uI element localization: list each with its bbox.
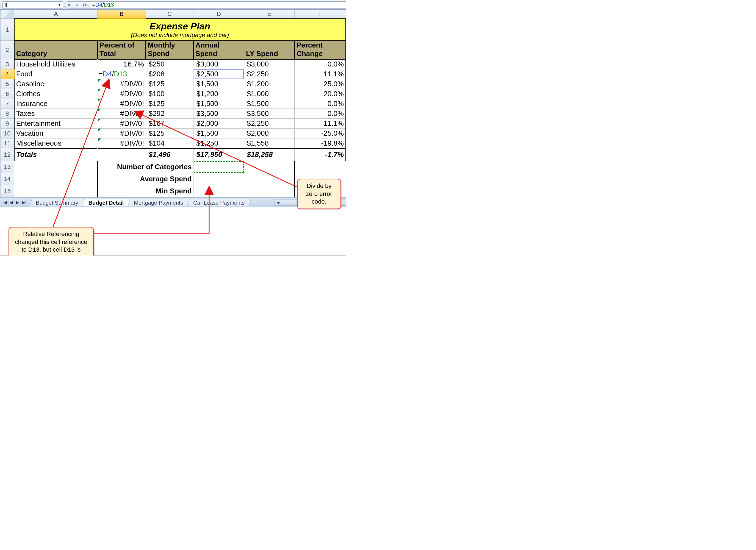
cell-e9[interactable]: $2,250 <box>244 119 295 129</box>
cell-b6[interactable]: #DIV/0! <box>98 89 146 99</box>
cell-e11[interactable]: $1,558 <box>244 139 295 148</box>
row-header-13[interactable]: 13 <box>1 161 14 173</box>
cell-d13[interactable] <box>193 161 244 173</box>
cell-d5[interactable]: $1,500 <box>193 79 244 89</box>
tab-nav-first-icon[interactable]: I◀ <box>1 200 8 205</box>
cell-a5[interactable]: Gasoline <box>14 79 98 89</box>
tab-nav-next-icon[interactable]: ▶ <box>15 200 20 205</box>
cell-d8[interactable]: $3,500 <box>193 109 244 119</box>
worksheet[interactable]: A B C D E F 1 Expense Plan (Does not inc… <box>0 10 346 197</box>
col-header-c[interactable]: C <box>146 10 193 19</box>
col-header-b[interactable]: B <box>98 10 146 19</box>
hdr-category[interactable]: Category <box>14 41 98 59</box>
cell-f10[interactable]: -25.0% <box>295 129 346 139</box>
row-header-1[interactable]: 1 <box>1 19 14 41</box>
cell-a6[interactable]: Clothes <box>14 89 98 99</box>
cell-e7[interactable]: $1,500 <box>244 99 295 109</box>
cell-d10[interactable]: $1,500 <box>193 129 244 139</box>
cell-b4-editing[interactable]: =D4/D13 <box>98 69 146 79</box>
cell-b10[interactable]: #DIV/0! <box>98 129 146 139</box>
row-header-12[interactable]: 12 <box>1 148 14 161</box>
row-header-6[interactable]: 6 <box>1 89 14 99</box>
cell-b9[interactable]: #DIV/0! <box>98 119 146 129</box>
row-header-8[interactable]: 8 <box>1 109 14 119</box>
cell-f8[interactable]: 0.0% <box>295 109 346 119</box>
cell-b3[interactable]: 16.7% <box>98 59 146 69</box>
col-header-f[interactable]: F <box>295 10 346 19</box>
tab-nav-last-icon[interactable]: ▶I <box>21 200 27 205</box>
row-header-7[interactable]: 7 <box>1 99 14 109</box>
cell-c6[interactable]: $100 <box>146 89 193 99</box>
col-header-d[interactable]: D <box>193 10 244 19</box>
cell-c11[interactable]: $104 <box>146 139 193 148</box>
cell-c12[interactable]: $1,496 <box>146 148 193 161</box>
cell-f5[interactable]: 25.0% <box>295 79 346 89</box>
cell-c4[interactable]: $208 <box>146 69 193 79</box>
cell-b7[interactable]: #DIV/0! <box>98 99 146 109</box>
hdr-change[interactable]: Percent Change <box>295 41 346 59</box>
formula-input[interactable]: =D4/D13 <box>90 1 346 9</box>
cell-e10[interactable]: $2,000 <box>244 129 295 139</box>
cell-e15[interactable] <box>244 185 295 197</box>
cell-d9[interactable]: $2,000 <box>193 119 244 129</box>
cell-c9[interactable]: $167 <box>146 119 193 129</box>
row-header-3[interactable]: 3 <box>1 59 14 69</box>
cell-b8[interactable]: #DIV/0! <box>98 109 146 119</box>
row-header-15[interactable]: 15 <box>1 185 14 197</box>
row-header-4[interactable]: 4 <box>1 69 14 79</box>
tab-budget-detail[interactable]: Budget Detail <box>82 199 131 206</box>
cell-f12[interactable]: -1.7% <box>295 148 346 161</box>
cell-f3[interactable]: 0.0% <box>295 59 346 69</box>
cell-f7[interactable]: 0.0% <box>295 99 346 109</box>
cell-a3[interactable]: Household Utilities <box>14 59 98 69</box>
cell-b5[interactable]: #DIV/0! <box>98 79 146 89</box>
cell-d7[interactable]: $1,500 <box>193 99 244 109</box>
hdr-annual[interactable]: Annual Spend <box>193 41 244 59</box>
cancel-icon[interactable]: ✕ <box>67 2 71 8</box>
cell-a10[interactable]: Vacation <box>14 129 98 139</box>
fx-icon[interactable]: fx <box>83 2 87 7</box>
hdr-ly[interactable]: LY Spend <box>244 41 295 59</box>
tab-budget-summary[interactable]: Budget Summary <box>30 199 85 206</box>
tab-mortgage[interactable]: Mortgage Payments <box>128 199 190 206</box>
title-cell[interactable]: Expense Plan (Does not include mortgage … <box>14 19 346 41</box>
tab-nav-prev-icon[interactable]: ◀ <box>9 200 14 205</box>
cell-f11[interactable]: -19.8% <box>295 139 346 148</box>
scroll-left-icon[interactable]: ◀ <box>275 200 281 205</box>
cell-f6[interactable]: 20.0% <box>295 89 346 99</box>
cell-a11[interactable]: Miscellaneous <box>14 139 98 148</box>
cell-d15[interactable] <box>193 185 244 197</box>
row-header-10[interactable]: 10 <box>1 129 14 139</box>
label-avg-spend[interactable]: Average Spend <box>98 173 193 185</box>
cell-f9[interactable]: -11.1% <box>295 119 346 129</box>
cell-d12[interactable]: $17,950 <box>193 148 244 161</box>
hdr-percent-total[interactable]: Percent of Total <box>98 41 146 59</box>
row-header-14[interactable]: 14 <box>1 173 14 185</box>
cell-e8[interactable]: $3,500 <box>244 109 295 119</box>
cell-a7[interactable]: Insurance <box>14 99 98 109</box>
col-header-e[interactable]: E <box>244 10 295 19</box>
row-header-5[interactable]: 5 <box>1 79 14 89</box>
cell-a14[interactable] <box>14 173 98 185</box>
cell-d14[interactable] <box>193 173 244 185</box>
cell-c7[interactable]: $125 <box>146 99 193 109</box>
cell-d4[interactable]: $2,500 <box>193 69 244 79</box>
cell-c8[interactable]: $292 <box>146 109 193 119</box>
cell-f4[interactable]: 11.1% <box>295 69 346 79</box>
cell-d6[interactable]: $1,200 <box>193 89 244 99</box>
cell-a9[interactable]: Entertainment <box>14 119 98 129</box>
col-header-a[interactable]: A <box>14 10 98 19</box>
row-header-11[interactable]: 11 <box>1 139 14 148</box>
cell-d11[interactable]: $1,250 <box>193 139 244 148</box>
cell-f13[interactable] <box>295 161 346 173</box>
row-header-2[interactable]: 2 <box>1 41 14 59</box>
cell-d3[interactable]: $3,000 <box>193 59 244 69</box>
cell-a8[interactable]: Taxes <box>14 109 98 119</box>
cell-e5[interactable]: $1,200 <box>244 79 295 89</box>
name-box[interactable]: IF ▼ <box>2 1 63 9</box>
cell-e6[interactable]: $1,000 <box>244 89 295 99</box>
select-all-corner[interactable] <box>1 10 14 19</box>
cell-e3[interactable]: $3,000 <box>244 59 295 69</box>
enter-icon[interactable]: ✓ <box>75 2 79 8</box>
cell-a4[interactable]: Food <box>14 69 98 79</box>
